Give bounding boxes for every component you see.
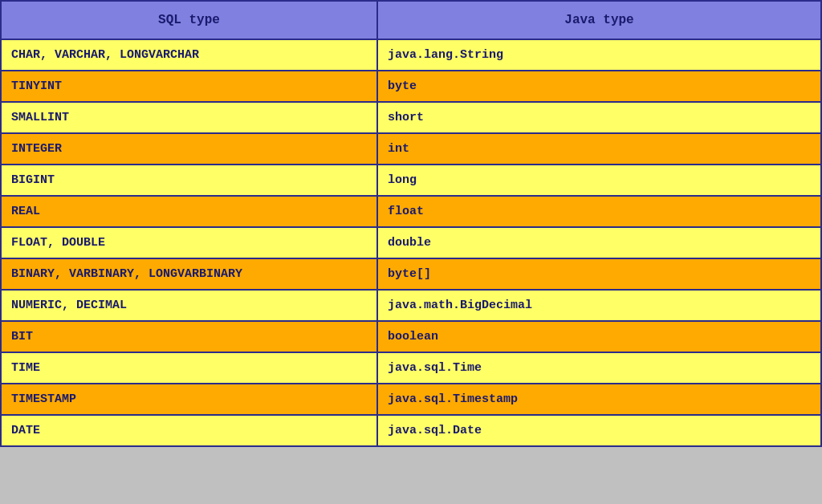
sql-type-cell: NUMERIC, DECIMAL bbox=[1, 290, 377, 321]
sql-type-cell: BIT bbox=[1, 321, 377, 352]
table-row: BINARY, VARBINARY, LONGVARBINARYbyte[] bbox=[1, 258, 821, 290]
java-type-cell: java.math.BigDecimal bbox=[377, 290, 821, 321]
sql-type-cell: SMALLINT bbox=[1, 102, 377, 133]
java-type-cell: java.sql.Date bbox=[377, 415, 821, 446]
sql-type-cell: CHAR, VARCHAR, LONGVARCHAR bbox=[1, 39, 377, 71]
sql-java-type-table: SQL type Java type CHAR, VARCHAR, LONGVA… bbox=[0, 0, 822, 447]
java-type-cell: byte[] bbox=[377, 258, 821, 290]
table-row: SMALLINTshort bbox=[1, 102, 821, 133]
sql-type-cell: BIGINT bbox=[1, 165, 377, 196]
sql-type-cell: BINARY, VARBINARY, LONGVARBINARY bbox=[1, 258, 377, 290]
table-row: CHAR, VARCHAR, LONGVARCHARjava.lang.Stri… bbox=[1, 39, 821, 71]
table-row: TINYINTbyte bbox=[1, 71, 821, 102]
table-header: SQL type Java type bbox=[1, 1, 821, 39]
sql-type-cell: REAL bbox=[1, 196, 377, 227]
table-row: TIMESTAMPjava.sql.Timestamp bbox=[1, 384, 821, 415]
java-type-cell: java.sql.Timestamp bbox=[377, 384, 821, 415]
java-type-cell: float bbox=[377, 196, 821, 227]
java-type-cell: java.lang.String bbox=[377, 39, 821, 71]
sql-type-cell: FLOAT, DOUBLE bbox=[1, 227, 377, 258]
java-type-cell: boolean bbox=[377, 321, 821, 352]
table-row: REALfloat bbox=[1, 196, 821, 227]
java-type-cell: double bbox=[377, 227, 821, 258]
sql-type-cell: INTEGER bbox=[1, 133, 377, 165]
java-type-cell: int bbox=[377, 133, 821, 165]
table-row: NUMERIC, DECIMALjava.math.BigDecimal bbox=[1, 290, 821, 321]
sql-type-cell: DATE bbox=[1, 415, 377, 446]
sql-type-cell: TINYINT bbox=[1, 71, 377, 102]
java-type-header: Java type bbox=[377, 1, 821, 39]
table-row: TIMEjava.sql.Time bbox=[1, 352, 821, 384]
table-row: FLOAT, DOUBLEdouble bbox=[1, 227, 821, 258]
table-row: DATEjava.sql.Date bbox=[1, 415, 821, 446]
table-row: BIGINTlong bbox=[1, 165, 821, 196]
table-row: BITboolean bbox=[1, 321, 821, 352]
java-type-cell: short bbox=[377, 102, 821, 133]
sql-type-header: SQL type bbox=[1, 1, 377, 39]
java-type-cell: java.sql.Time bbox=[377, 352, 821, 384]
java-type-cell: long bbox=[377, 165, 821, 196]
sql-type-cell: TIME bbox=[1, 352, 377, 384]
sql-type-cell: TIMESTAMP bbox=[1, 384, 377, 415]
java-type-cell: byte bbox=[377, 71, 821, 102]
table-row: INTEGERint bbox=[1, 133, 821, 165]
